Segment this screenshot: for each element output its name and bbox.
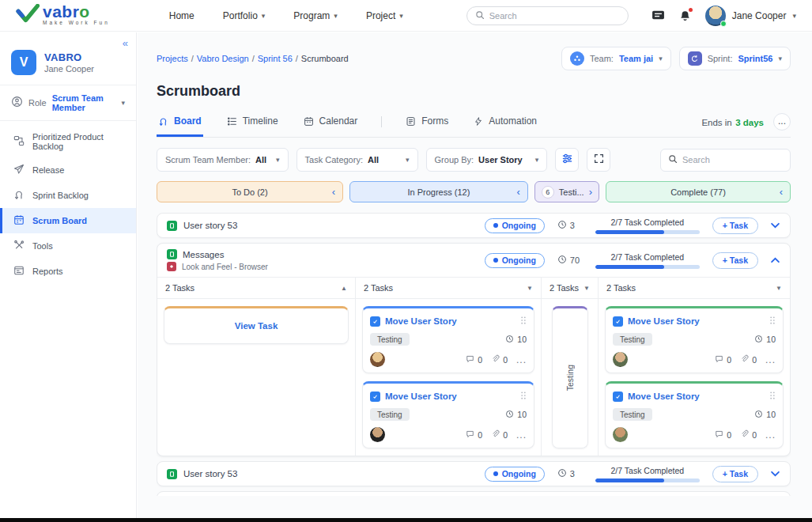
column-header-complete[interactable]: Complete (77) ‹ (606, 181, 791, 202)
breadcrumb-vabro-design[interactable]: Vabro Design (197, 54, 249, 63)
task-card[interactable]: Move User Story Testing 10 (362, 306, 534, 373)
messages-button[interactable] (651, 9, 665, 21)
global-search-input[interactable] (489, 11, 608, 21)
task-title[interactable]: Move User Story (628, 316, 700, 326)
expand-row-icon[interactable] (771, 471, 780, 477)
add-task-button[interactable]: + Task (712, 466, 758, 482)
tab-calendar[interactable]: Calendar (302, 111, 360, 137)
task-category-filter[interactable]: Task Category: All ▾ (296, 148, 418, 172)
avatar[interactable] (613, 427, 628, 442)
tab-board[interactable]: Board (157, 111, 203, 137)
tab-timeline[interactable]: Timeline (225, 111, 280, 137)
expand-column-icon[interactable]: › (589, 187, 592, 197)
collapsed-testing-card[interactable]: Testing (552, 306, 588, 448)
collapse-row-icon[interactable] (771, 257, 780, 263)
view-task-link[interactable]: View Task (235, 321, 278, 331)
status-badge[interactable]: Ongoing (485, 467, 545, 482)
collapse-column-icon[interactable]: ‹ (332, 187, 335, 197)
chevron-down-icon: ▾ (778, 55, 782, 62)
status-badge[interactable]: Ongoing (485, 218, 545, 233)
task-title[interactable]: Move User Story (628, 392, 700, 401)
sort-down-icon[interactable]: ▼ (776, 285, 782, 292)
add-task-button[interactable]: + Task (712, 496, 758, 497)
global-search[interactable] (466, 6, 629, 25)
add-task-button[interactable]: + Task (712, 218, 758, 234)
card-more-button[interactable]: ... (765, 432, 776, 438)
role-selector[interactable]: Role Scrum Team Member ▾ (0, 85, 136, 121)
drag-handle-icon[interactable] (769, 314, 776, 328)
task-card[interactable]: Move User Story Testing 10 (605, 306, 784, 373)
task-card[interactable]: Move User Story Testing 10 (362, 381, 534, 448)
menu-project[interactable]: Project▾ (366, 10, 403, 21)
menu-program[interactable]: Program▾ (293, 10, 338, 21)
card-more-button[interactable]: ... (516, 432, 527, 438)
story-title[interactable]: User story 53 (183, 469, 237, 478)
story-row: User story 53 Ongoing 3 2/7 Task Complet… (157, 491, 791, 496)
sidebar-item-scrum-board[interactable]: Scrum Board (0, 208, 136, 233)
avatar[interactable] (613, 352, 628, 367)
board-search-input[interactable] (682, 155, 777, 165)
bottom-edge-bar (0, 518, 812, 522)
story-title[interactable]: User story 53 (183, 221, 237, 230)
avatar[interactable] (370, 427, 385, 442)
sidebar-collapse-icon[interactable]: « (123, 37, 128, 49)
vabro-logo[interactable]: vabro Make Work Fun (16, 4, 110, 28)
column-header-todo[interactable]: To Do (2) ‹ (157, 181, 343, 202)
scrum-team-member-filter[interactable]: Scrum Team Member: All ▾ (157, 148, 289, 172)
time-estimate: 70 (570, 255, 580, 265)
sidebar-item-sprint-backlog[interactable]: Sprint Backlog (0, 183, 136, 208)
chevron-down-icon: ▾ (334, 12, 338, 20)
workspace-header[interactable]: V VABRO Jane Cooper (0, 32, 136, 85)
status-badge[interactable]: Ongoing (485, 253, 545, 268)
column-header-testing-collapsed[interactable]: 6 Testi... › (534, 181, 599, 202)
story-title[interactable]: Messages (183, 250, 224, 259)
sort-down-icon[interactable]: ▼ (527, 285, 533, 292)
comment-icon (715, 429, 723, 440)
sidebar-item-tools[interactable]: Tools (0, 233, 136, 259)
user-menu[interactable]: Jane Cooper ▾ (705, 6, 796, 26)
notifications-button[interactable] (679, 9, 691, 22)
display-settings-button[interactable] (555, 148, 579, 172)
tab-forms[interactable]: Forms (404, 111, 450, 137)
avatar[interactable] (370, 352, 385, 367)
clock-icon (557, 255, 567, 266)
card-more-button[interactable]: ... (765, 357, 776, 363)
sprint-selector[interactable]: Sprint: Sprint56 ▾ (679, 47, 791, 70)
task-card[interactable]: Move User Story Testing 10 (605, 381, 784, 448)
task-title[interactable]: Move User Story (385, 392, 457, 401)
team-selector[interactable]: Team: Team jai ▾ (561, 47, 671, 70)
clock-icon (557, 220, 567, 231)
breadcrumb-sprint-56[interactable]: Sprint 56 (258, 54, 293, 63)
top-navbar: vabro Make Work Fun Home Portfolio▾ Prog… (0, 0, 812, 32)
sort-up-icon[interactable]: ▲ (341, 285, 347, 292)
add-task-button[interactable]: + Task (712, 252, 758, 269)
paper-plane-icon (13, 164, 25, 176)
task-title[interactable]: Move User Story (385, 316, 457, 326)
expanded-column-complete: 2 Tasks ▼ Move User Story (598, 278, 790, 456)
task-icon (370, 392, 380, 402)
board-search[interactable] (660, 149, 791, 172)
sidebar-item-prioritized-product-backlog[interactable]: Prioritized Product Backlog (0, 126, 136, 157)
sidebar-item-reports[interactable]: Reports (0, 259, 136, 284)
clock-icon (754, 335, 763, 345)
sidebar-item-release[interactable]: Release (0, 157, 136, 183)
sort-down-icon[interactable]: ▼ (584, 285, 590, 292)
column-header-in-progress[interactable]: In Progress (12) ‹ (349, 181, 528, 202)
collapse-column-icon[interactable]: ‹ (780, 187, 783, 197)
menu-home[interactable]: Home (169, 10, 195, 21)
group-by-filter[interactable]: Group By: User Story ▾ (426, 148, 548, 172)
chevron-down-icon: ▾ (399, 12, 403, 20)
expand-row-icon[interactable] (771, 222, 780, 229)
app-window: vabro Make Work Fun Home Portfolio▾ Prog… (0, 0, 812, 522)
more-options-button[interactable]: ... (773, 113, 791, 130)
menu-portfolio[interactable]: Portfolio▾ (223, 10, 266, 21)
breadcrumb-projects[interactable]: Projects (157, 54, 188, 63)
drag-handle-icon[interactable] (769, 389, 776, 403)
collapse-column-icon[interactable]: ‹ (517, 187, 520, 197)
tab-automation[interactable]: Automation (472, 111, 538, 137)
fullscreen-button[interactable] (587, 148, 610, 172)
sidebar: « V VABRO Jane Cooper Role Scrum Team Me… (0, 32, 137, 518)
drag-handle-icon[interactable] (520, 389, 527, 403)
card-more-button[interactable]: ... (516, 357, 527, 363)
drag-handle-icon[interactable] (520, 314, 527, 328)
